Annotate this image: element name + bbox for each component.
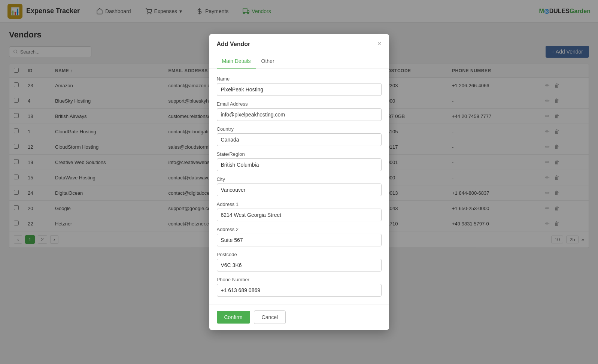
address1-field-group: Address 1 — [217, 201, 382, 221]
address2-input[interactable] — [217, 234, 382, 246]
country-label: Country — [217, 126, 382, 132]
state-label: State/Region — [217, 151, 382, 157]
city-input[interactable] — [217, 183, 382, 196]
email-input[interactable] — [217, 108, 382, 121]
address2-field-group: Address 2 — [217, 227, 382, 246]
email-label: Email Address — [217, 101, 382, 107]
add-vendor-modal: Add Vendor × Main Details Other Name Ema… — [209, 34, 389, 255]
name-input[interactable] — [217, 83, 382, 96]
postcode-label: Postcode — [217, 252, 382, 255]
address2-label: Address 2 — [217, 227, 382, 232]
tab-other[interactable]: Other — [256, 54, 280, 69]
state-field-group: State/Region — [217, 151, 382, 171]
tab-main-details[interactable]: Main Details — [217, 54, 256, 69]
modal-close-button[interactable]: × — [377, 40, 382, 48]
name-field-group: Name — [217, 76, 382, 96]
email-field-group: Email Address — [217, 101, 382, 121]
modal-header: Add Vendor × — [209, 34, 389, 54]
modal-tabs: Main Details Other — [209, 54, 389, 69]
modal-body: Name Email Address Country State/Region … — [209, 69, 389, 255]
address1-label: Address 1 — [217, 201, 382, 207]
modal-overlay[interactable]: Add Vendor × Main Details Other Name Ema… — [0, 0, 598, 255]
country-input[interactable] — [217, 133, 382, 146]
state-input[interactable] — [217, 158, 382, 171]
country-field-group: Country — [217, 126, 382, 146]
address1-input[interactable] — [217, 209, 382, 221]
city-field-group: City — [217, 176, 382, 196]
modal-title: Add Vendor — [217, 41, 251, 48]
postcode-field-group: Postcode — [217, 252, 382, 255]
name-label: Name — [217, 76, 382, 82]
city-label: City — [217, 176, 382, 182]
